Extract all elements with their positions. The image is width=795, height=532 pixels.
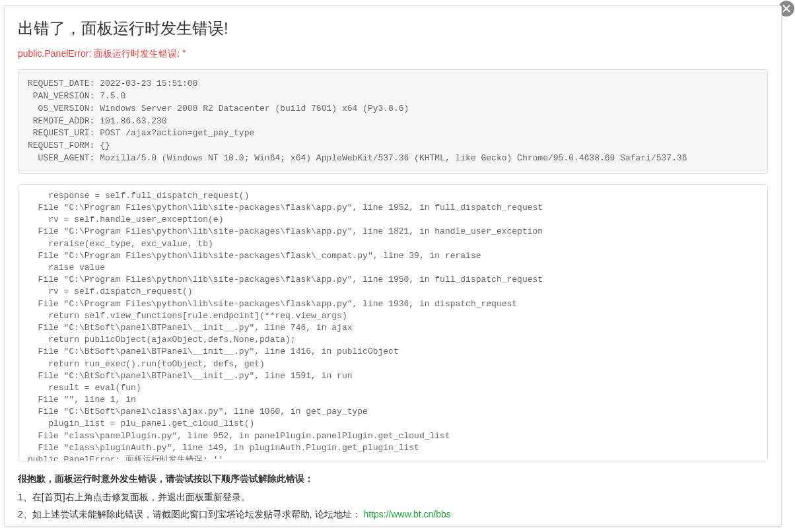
footer-heading: 很抱歉，面板运行时意外发生错误，请尝试按以下顺序尝试解除此错误： (18, 473, 768, 485)
modal-title: 出错了，面板运行时发生错误! (18, 18, 768, 39)
error-summary: public.PanelError: 面板运行时发生错误: '' (18, 48, 768, 60)
footer-step-1: 1、在[首页]右上角点击修复面板，并退出面板重新登录。 (18, 492, 768, 504)
request-info-box: REQUEST_DATE: 2022-03-23 15:51:08 PAN_VE… (18, 69, 768, 174)
forum-link[interactable]: https://www.bt.cn/bbs (363, 509, 450, 519)
error-modal: 出错了，面板运行时发生错误! public.PanelError: 面板运行时发… (4, 5, 782, 527)
traceback-box[interactable]: response = self.full_dispatch_request() … (18, 184, 768, 461)
close-icon (782, 5, 790, 13)
footer-step-2-text: 2、如上述尝试未能解除此错误，请截图此窗口到宝塔论坛发贴寻求帮助, 论坛地址： (18, 509, 361, 519)
footer-step-2: 2、如上述尝试未能解除此错误，请截图此窗口到宝塔论坛发贴寻求帮助, 论坛地址： … (18, 509, 768, 521)
